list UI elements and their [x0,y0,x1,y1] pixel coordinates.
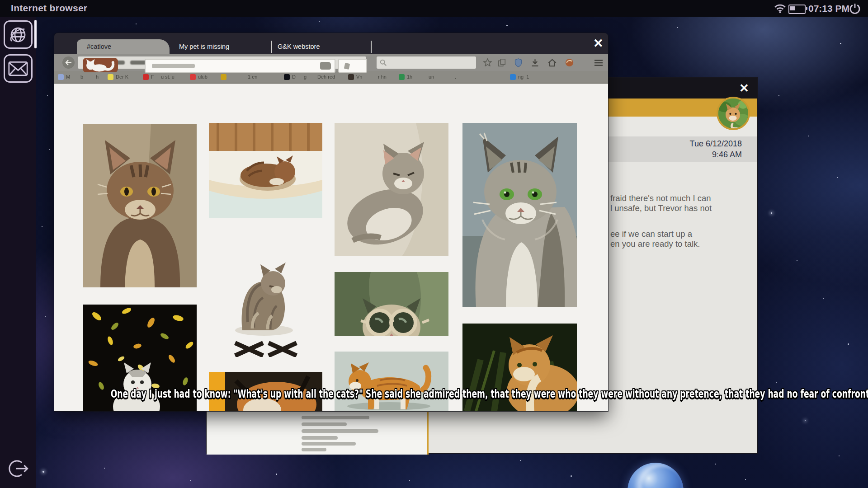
logout-button[interactable] [5,455,32,482]
toolbar-search-input[interactable] [377,56,476,69]
security-shield-button[interactable] [513,57,524,68]
logout-icon [7,457,30,480]
bookmark-item[interactable]: u st. u [161,73,175,81]
email-panel-divider [427,412,429,455]
tab-my-pet-is-missing[interactable]: My pet is missing [179,43,229,50]
bookmark-favicon [143,74,149,80]
bookmark-label: ng 1 [518,74,529,80]
cat-image-walking-orange[interactable] [335,352,448,411]
planet [627,463,684,488]
downloads-button[interactable] [530,57,540,68]
bookmark-item[interactable]: 1h [399,73,412,81]
site-search-placeholder-scribble [152,64,195,68]
bookmark-label: D [292,74,296,80]
menu-icon [594,59,603,66]
menu-button[interactable] [593,57,604,68]
bookmark-label: Vn [356,74,362,80]
system-top-bar: Internet browser 07:13 PM [0,0,868,17]
bookmark-item[interactable]: Vn [348,73,362,81]
bookmark-favicon [58,74,64,80]
bookmark-item[interactable]: ng 1 [510,73,529,81]
bookmark-favicon [221,74,226,80]
bookmarks-bar: M b h Der K F u st. u ulub [54,71,608,84]
back-button[interactable] [62,56,75,69]
bookmark-label: 1 en [248,74,257,80]
envelope-icon [8,61,28,76]
email-body-line: l unsafe, but Trevor has not [610,203,712,213]
tab-separator [371,41,372,53]
site-logo[interactable] [83,58,118,73]
bookmark-item[interactable]: . [455,73,456,81]
brand-button[interactable] [564,57,575,68]
copy-page-button[interactable] [496,57,507,68]
tab-bar: #catlove My pet is missing G&K webstore … [54,33,608,54]
bookmark-label: h [96,74,99,80]
bookmark-item[interactable]: M [58,73,70,81]
battery-icon [788,5,806,14]
site-upload-button[interactable] [338,59,367,73]
back-arrow-icon [65,60,72,66]
bookmark-label: 1h [407,74,412,80]
tab-label: #catlove [87,43,111,50]
bookmark-item[interactable]: 1 en [248,73,257,81]
bookmark-item[interactable] [221,73,226,81]
cat-image-goggles[interactable] [335,272,448,336]
sidebar-item-browser[interactable] [4,20,33,49]
wifi-icon [774,4,786,13]
home-button[interactable] [547,57,557,68]
tab-gk-webstore[interactable]: G&K webstore [278,43,320,50]
bookmark-label: M [66,74,70,80]
bookmark-favicon [108,74,113,80]
cat-image-orange-closeup[interactable] [209,372,322,411]
bookmark-label: g [304,74,307,80]
bookmark-item[interactable]: r hn [378,73,387,81]
bookmark-favicon [190,74,196,80]
cat-image-on-bed[interactable] [209,123,322,218]
bookmark-item[interactable]: ulub [190,73,208,81]
download-icon [531,58,539,67]
page-glyph-icon [344,63,350,70]
sidebar-item-mail[interactable] [4,54,33,83]
bookmark-item[interactable]: D [284,73,296,81]
brand-icon [565,58,574,67]
bookmark-label: r hn [378,74,387,80]
site-search-input[interactable] [145,59,335,73]
shield-icon [514,58,523,67]
site-search-submit-button[interactable] [320,62,331,70]
browser-close-button[interactable]: ✕ [593,37,604,50]
bookmark-item[interactable]: un [429,73,434,81]
power-icon[interactable] [849,3,861,14]
email-date: Tue 6/12/2018 [690,138,742,149]
star-icon [483,58,492,67]
app-sidebar [0,17,36,488]
bookmark-label: F [151,74,154,80]
cat-image-grey-kitten[interactable] [335,123,448,256]
bookmark-star-button[interactable] [482,57,493,68]
email-close-button[interactable]: ✕ [739,82,749,94]
cat-image-tabby-portrait[interactable] [83,124,197,287]
bookmark-label: Der K [116,74,128,80]
bookmark-item[interactable]: F [143,73,154,81]
home-icon [547,58,557,67]
app-title: Internet browser [11,3,87,14]
email-body-line: fraid there's not much I can [610,193,711,203]
bookmark-favicon [399,74,405,80]
copy-icon [497,58,506,67]
cat-image-autumn-leaves[interactable] [83,305,197,411]
bookmark-item[interactable]: b [80,73,83,81]
clock: 07:13 PM [808,3,849,14]
cat-image-sitting-tabby[interactable] [209,254,322,357]
email-time: 9:46 AM [690,149,742,160]
bookmark-item[interactable]: h [96,73,99,81]
bookmark-favicon [284,74,290,80]
tab-catlove[interactable]: #catlove [77,39,170,54]
bookmark-item[interactable]: Der K [108,73,128,81]
email-body-line: en you are ready to talk. [610,239,700,249]
bookmark-item[interactable]: g [304,73,307,81]
cat-image-longhair[interactable] [462,123,577,307]
cat-image-orange-grass[interactable] [462,324,577,411]
email-list-panel[interactable] [207,412,427,455]
active-app-indicator [34,20,37,48]
bookmark-item[interactable]: Deh red [317,73,335,81]
avatar-cat-image [718,99,748,128]
